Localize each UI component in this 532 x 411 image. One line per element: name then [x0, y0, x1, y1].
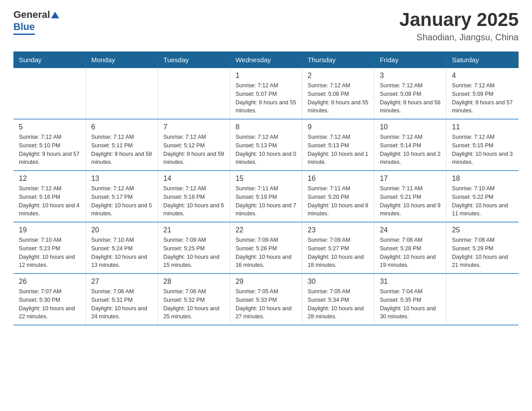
calendar-cell: 28Sunrise: 7:06 AM Sunset: 5:32 PM Dayli… [158, 274, 230, 325]
day-info: Sunrise: 7:08 AM Sunset: 5:29 PM Dayligh… [452, 236, 513, 270]
calendar-cell: 21Sunrise: 7:09 AM Sunset: 5:25 PM Dayli… [158, 222, 230, 274]
calendar-cell: 20Sunrise: 7:10 AM Sunset: 5:24 PM Dayli… [86, 222, 158, 274]
logo-text-general: General [13, 9, 50, 21]
calendar-cell: 19Sunrise: 7:10 AM Sunset: 5:23 PM Dayli… [13, 222, 86, 274]
calendar-cell: 22Sunrise: 7:09 AM Sunset: 5:26 PM Dayli… [230, 222, 302, 274]
weekday-header-thursday: Thursday [302, 51, 374, 68]
day-info: Sunrise: 7:11 AM Sunset: 5:19 PM Dayligh… [236, 184, 296, 218]
day-info: Sunrise: 7:12 AM Sunset: 5:14 PM Dayligh… [380, 133, 441, 167]
day-number: 19 [19, 226, 80, 234]
day-info: Sunrise: 7:10 AM Sunset: 5:24 PM Dayligh… [91, 236, 152, 270]
weekday-header-monday: Monday [86, 51, 158, 68]
day-info: Sunrise: 7:09 AM Sunset: 5:27 PM Dayligh… [308, 236, 369, 270]
calendar-cell [13, 68, 86, 119]
day-number: 1 [236, 72, 296, 80]
location-title: Shaodian, Jiangsu, China [399, 32, 519, 43]
day-info: Sunrise: 7:06 AM Sunset: 5:31 PM Dayligh… [91, 287, 152, 321]
day-number: 15 [236, 175, 296, 183]
day-info: Sunrise: 7:12 AM Sunset: 5:07 PM Dayligh… [236, 81, 296, 115]
calendar-cell: 4Sunrise: 7:12 AM Sunset: 5:09 PM Daylig… [446, 68, 519, 119]
day-info: Sunrise: 7:09 AM Sunset: 5:25 PM Dayligh… [163, 236, 224, 270]
calendar-cell: 6Sunrise: 7:12 AM Sunset: 5:11 PM Daylig… [86, 119, 158, 171]
day-number: 22 [236, 226, 296, 234]
day-info: Sunrise: 7:08 AM Sunset: 5:28 PM Dayligh… [380, 236, 441, 270]
calendar-cell: 15Sunrise: 7:11 AM Sunset: 5:19 PM Dayli… [230, 171, 302, 222]
calendar-cell: 5Sunrise: 7:12 AM Sunset: 5:10 PM Daylig… [13, 119, 86, 171]
calendar-cell [86, 68, 158, 119]
day-number: 25 [452, 226, 513, 234]
day-info: Sunrise: 7:12 AM Sunset: 5:13 PM Dayligh… [308, 133, 369, 167]
day-number: 12 [19, 175, 80, 183]
day-info: Sunrise: 7:12 AM Sunset: 5:11 PM Dayligh… [91, 133, 152, 167]
calendar-header-row: SundayMondayTuesdayWednesdayThursdayFrid… [13, 51, 519, 68]
calendar-cell: 31Sunrise: 7:04 AM Sunset: 5:35 PM Dayli… [374, 274, 446, 325]
weekday-header-tuesday: Tuesday [158, 51, 230, 68]
day-number: 20 [91, 226, 152, 234]
calendar-cell: 24Sunrise: 7:08 AM Sunset: 5:28 PM Dayli… [374, 222, 446, 274]
day-info: Sunrise: 7:07 AM Sunset: 5:30 PM Dayligh… [19, 287, 80, 321]
calendar-cell: 17Sunrise: 7:11 AM Sunset: 5:21 PM Dayli… [374, 171, 446, 222]
calendar-week-row: 19Sunrise: 7:10 AM Sunset: 5:23 PM Dayli… [13, 222, 519, 274]
day-info: Sunrise: 7:09 AM Sunset: 5:26 PM Dayligh… [236, 236, 296, 270]
day-info: Sunrise: 7:12 AM Sunset: 5:13 PM Dayligh… [236, 133, 296, 167]
calendar-cell: 11Sunrise: 7:12 AM Sunset: 5:15 PM Dayli… [446, 119, 519, 171]
day-number: 7 [163, 123, 224, 131]
day-number: 5 [19, 123, 80, 131]
calendar-cell: 25Sunrise: 7:08 AM Sunset: 5:29 PM Dayli… [446, 222, 519, 274]
day-number: 9 [308, 123, 369, 131]
day-info: Sunrise: 7:05 AM Sunset: 5:33 PM Dayligh… [236, 287, 296, 321]
page-header: General Blue January 2025 Shaodian, Jian… [13, 9, 519, 43]
day-info: Sunrise: 7:12 AM Sunset: 5:12 PM Dayligh… [163, 133, 224, 167]
day-number: 29 [236, 278, 296, 286]
day-number: 14 [163, 175, 224, 183]
day-number: 18 [452, 175, 513, 183]
day-number: 31 [380, 278, 441, 286]
calendar-cell: 3Sunrise: 7:12 AM Sunset: 5:08 PM Daylig… [374, 68, 446, 119]
day-info: Sunrise: 7:12 AM Sunset: 5:17 PM Dayligh… [91, 184, 152, 218]
logo: General Blue [13, 9, 60, 35]
day-info: Sunrise: 7:11 AM Sunset: 5:20 PM Dayligh… [308, 184, 369, 218]
day-info: Sunrise: 7:04 AM Sunset: 5:35 PM Dayligh… [380, 287, 441, 321]
calendar-week-row: 12Sunrise: 7:12 AM Sunset: 5:16 PM Dayli… [13, 171, 519, 222]
day-number: 24 [380, 226, 441, 234]
calendar-cell [446, 274, 519, 325]
day-number: 11 [452, 123, 513, 131]
day-number: 2 [308, 72, 369, 80]
calendar-cell: 1Sunrise: 7:12 AM Sunset: 5:07 PM Daylig… [230, 68, 302, 119]
day-info: Sunrise: 7:10 AM Sunset: 5:23 PM Dayligh… [19, 236, 80, 270]
day-number: 21 [163, 226, 224, 234]
day-info: Sunrise: 7:06 AM Sunset: 5:32 PM Dayligh… [163, 287, 224, 321]
calendar-cell: 9Sunrise: 7:12 AM Sunset: 5:13 PM Daylig… [302, 119, 374, 171]
day-info: Sunrise: 7:05 AM Sunset: 5:34 PM Dayligh… [308, 287, 369, 321]
day-info: Sunrise: 7:12 AM Sunset: 5:08 PM Dayligh… [380, 81, 441, 115]
day-number: 17 [380, 175, 441, 183]
day-number: 10 [380, 123, 441, 131]
title-section: January 2025 Shaodian, Jiangsu, China [399, 9, 519, 43]
calendar-cell [158, 68, 230, 119]
calendar-cell: 27Sunrise: 7:06 AM Sunset: 5:31 PM Dayli… [86, 274, 158, 325]
day-info: Sunrise: 7:12 AM Sunset: 5:15 PM Dayligh… [452, 133, 513, 167]
day-info: Sunrise: 7:12 AM Sunset: 5:10 PM Dayligh… [19, 133, 80, 167]
calendar-cell: 7Sunrise: 7:12 AM Sunset: 5:12 PM Daylig… [158, 119, 230, 171]
day-number: 6 [91, 123, 152, 131]
day-info: Sunrise: 7:12 AM Sunset: 5:08 PM Dayligh… [308, 81, 369, 115]
weekday-header-saturday: Saturday [446, 51, 519, 68]
calendar-cell: 26Sunrise: 7:07 AM Sunset: 5:30 PM Dayli… [13, 274, 86, 325]
month-title: January 2025 [399, 9, 519, 30]
day-info: Sunrise: 7:12 AM Sunset: 5:18 PM Dayligh… [163, 184, 224, 218]
calendar-cell: 14Sunrise: 7:12 AM Sunset: 5:18 PM Dayli… [158, 171, 230, 222]
calendar-cell: 2Sunrise: 7:12 AM Sunset: 5:08 PM Daylig… [302, 68, 374, 119]
weekday-header-wednesday: Wednesday [230, 51, 302, 68]
logo-text-blue: Blue [13, 21, 35, 32]
day-info: Sunrise: 7:12 AM Sunset: 5:09 PM Dayligh… [452, 81, 513, 115]
day-number: 4 [452, 72, 513, 80]
calendar-cell: 23Sunrise: 7:09 AM Sunset: 5:27 PM Dayli… [302, 222, 374, 274]
logo-arrow-icon [51, 12, 59, 18]
weekday-header-friday: Friday [374, 51, 446, 68]
calendar-cell: 30Sunrise: 7:05 AM Sunset: 5:34 PM Dayli… [302, 274, 374, 325]
day-number: 13 [91, 175, 152, 183]
day-number: 8 [236, 123, 296, 131]
day-number: 26 [19, 278, 80, 286]
calendar-cell: 29Sunrise: 7:05 AM Sunset: 5:33 PM Dayli… [230, 274, 302, 325]
calendar-week-row: 26Sunrise: 7:07 AM Sunset: 5:30 PM Dayli… [13, 274, 519, 325]
